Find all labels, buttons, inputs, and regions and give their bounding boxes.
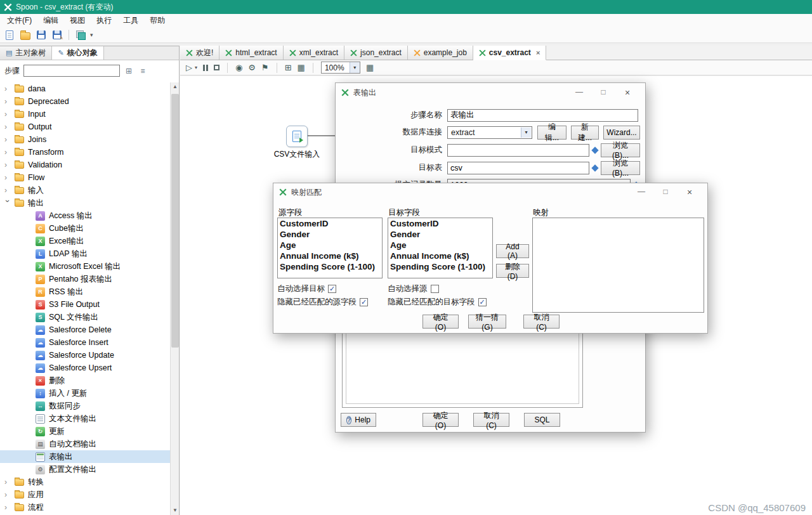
close-icon[interactable]: × [678,187,702,197]
align-button[interactable]: ⊞ [285,63,292,72]
tree-item-cube-output[interactable]: CCube输出 [0,222,170,235]
dialog-titlebar[interactable]: 映射匹配 — □ × [273,183,707,201]
run-options-caret-icon[interactable]: ▾ [195,65,197,70]
tree-item-apply[interactable]: ›应用 [0,488,170,501]
scroll-down-icon[interactable]: ▼ [171,506,180,515]
tree-item-output-cn[interactable]: ›输出 [0,197,170,209]
tree-item-dana[interactable]: ›dana [0,82,170,95]
chevron-right-icon[interactable]: › [4,187,11,193]
help-button[interactable]: ?Help [341,413,376,427]
chevron-right-icon[interactable]: › [4,98,11,105]
tree-item-joins[interactable]: ›Joins [0,133,170,146]
mapping-list[interactable] [532,218,704,313]
menu-file[interactable]: 文件(F) [1,14,37,27]
tree-item-rss-output[interactable]: RRSS 输出 [0,285,170,298]
steps-search-input[interactable] [23,65,120,77]
sql-button[interactable]: SQL [524,413,560,427]
tree-item-pentaho-report-output[interactable]: PPentaho 报表输出 [0,273,170,285]
tree-item-auto-doc-output[interactable]: ▤自动文档输出 [0,438,170,450]
auto-select-target-option[interactable]: 自动选择目标 [277,284,336,294]
debug-button[interactable]: ⚙ [248,63,256,72]
menu-run[interactable]: 执行 [91,14,117,27]
ok-button[interactable]: 确定(O) [422,413,459,427]
tree-item-input-en[interactable]: ›Input [0,108,170,121]
ok-button[interactable]: 确定(O) [422,315,459,329]
source-fields-list[interactable]: CustomerID Gender Age Annual Income (k$)… [277,218,383,278]
auto-select-source-checkbox[interactable] [431,285,439,293]
list-item[interactable]: Age [280,240,380,251]
step-name-input[interactable] [447,109,638,122]
zoom-select[interactable]: 100% ▾ [321,62,360,74]
tab-example-job[interactable]: example_job [408,46,473,60]
scroll-up-icon[interactable]: ▲ [171,82,180,91]
wizard-connection-button[interactable]: Wizard... [603,126,640,140]
tree-item-salesforce-upsert[interactable]: ☁Salesforce Upsert [0,362,170,374]
list-item[interactable]: Spending Score (1-100) [390,262,490,273]
chevron-right-icon[interactable]: › [4,86,11,92]
tab-json-extract[interactable]: json_extract [344,46,408,60]
chevron-down-icon[interactable]: › [4,200,11,206]
combo-caret-icon[interactable]: ▾ [521,127,531,138]
tree-item-salesforce-insert[interactable]: ☁Salesforce Insert [0,336,170,349]
chevron-right-icon[interactable]: › [4,124,11,130]
target-table-input[interactable] [447,162,589,174]
browse-table-button[interactable]: 浏览(B)... [601,161,640,175]
new-file-button[interactable] [3,29,16,41]
dialog-titlebar[interactable]: 表输出 — □ × [336,83,645,102]
guess-button[interactable]: 猜一猜(G) [468,315,506,329]
tree-item-flow[interactable]: ›Flow [0,171,170,184]
list-item[interactable]: CustomerID [280,219,380,230]
menu-view[interactable]: 视图 [64,14,91,27]
hide-matched-source-checkbox[interactable] [360,298,368,306]
list-item[interactable]: Gender [390,230,490,240]
tree-item-data-sync[interactable]: ↔数据同步 [0,400,170,412]
edit-connection-button[interactable]: 编辑... [537,126,566,140]
tree-item-ms-excel-output[interactable]: XMicrosoft Excel 输出 [0,260,170,273]
close-icon[interactable]: × [615,88,639,98]
new-connection-button[interactable]: 新建... [571,126,599,140]
hide-matched-target-option[interactable]: 隐藏已经匹配的目标字段 [388,297,487,307]
list-item[interactable]: Age [390,240,490,251]
browse-schema-button[interactable]: 浏览(B)... [601,143,640,157]
minimize-icon[interactable]: — [567,88,591,98]
auto-select-source-option[interactable]: 自动选择源 [388,284,439,294]
list-item[interactable]: Annual Income (k$) [390,251,490,262]
add-mapping-button[interactable]: Add (A) [496,244,529,258]
scrollbar-thumb[interactable] [171,94,179,348]
perspective-caret-icon[interactable]: ▾ [90,32,93,38]
tree-item-excel-output[interactable]: XExcel输出 [0,235,170,247]
minimize-icon[interactable]: — [629,187,653,197]
tree-item-properties-output[interactable]: ⚙配置文件输出 [0,463,170,476]
tree-item-s3-file-output[interactable]: SS3 File Output [0,298,170,311]
menu-edit[interactable]: 编辑 [37,14,64,27]
chevron-right-icon[interactable]: › [4,504,11,511]
tab-html-extract[interactable]: html_extract [219,46,283,60]
menu-tools[interactable]: 工具 [117,14,144,27]
maximize-icon[interactable]: □ [591,88,615,98]
target-fields-list[interactable]: CustomerID Gender Age Annual Income (k$)… [388,218,493,278]
run-button[interactable]: ▷ [186,63,192,72]
db-connection-select[interactable]: extract ▾ [447,126,532,139]
chevron-right-icon[interactable]: › [4,492,11,498]
delete-mapping-button[interactable]: 删除(D) [496,264,529,278]
tab-csv-extract[interactable]: csv_extract × [473,46,547,60]
target-schema-input[interactable] [447,144,589,157]
tab-close-icon[interactable]: × [536,49,540,56]
snap-grid-button[interactable]: ▦ [366,63,374,72]
csv-file-input-icon[interactable] [286,126,308,147]
chevron-right-icon[interactable]: › [4,149,11,155]
list-item[interactable]: Gender [280,230,380,240]
tree-item-flow-cn[interactable]: ›流程 [0,501,170,514]
tree-item-validation[interactable]: ›Validation [0,159,170,171]
tab-core-objects[interactable]: ✎ 核心对象 [52,46,103,60]
tree-item-sql-file-output[interactable]: SSQL 文件输出 [0,311,170,323]
list-item[interactable]: Spending Score (1-100) [280,262,380,273]
chevron-right-icon[interactable]: › [4,111,11,117]
tree-item-output-en[interactable]: ›Output [0,121,170,133]
open-file-button[interactable] [19,29,32,41]
tree-item-convert[interactable]: ›转换 [0,476,170,488]
chevron-right-icon[interactable]: › [4,174,11,181]
perspective-button[interactable] [74,29,87,41]
tab-welcome[interactable]: 欢迎! [180,46,219,60]
csv-input-step[interactable]: CSV文件输入 [273,126,321,160]
